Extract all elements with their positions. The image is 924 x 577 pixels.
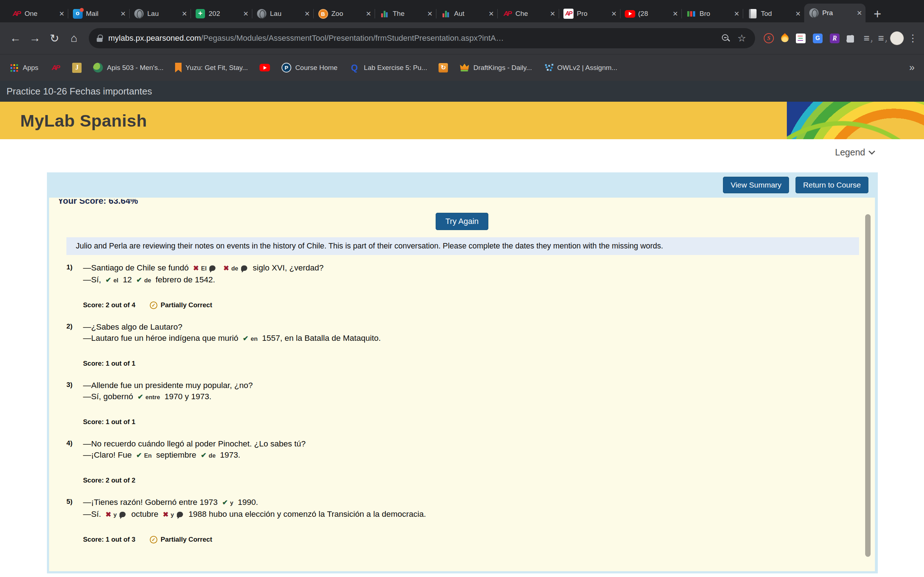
answer-word: el (113, 277, 118, 284)
reload-icon[interactable]: ↻ (45, 29, 64, 48)
bookmarks-overflow-chevron[interactable]: » (909, 62, 914, 73)
bookmark-item-2[interactable] (72, 63, 82, 73)
ap-white-icon (564, 9, 573, 19)
bookmark-item-8[interactable] (439, 63, 448, 73)
comment-bubble-icon[interactable] (120, 512, 126, 517)
tab-close-icon[interactable]: × (427, 10, 432, 18)
answer-text: —Santiago de Chile se fundó (83, 263, 191, 272)
return-to-course-button[interactable]: Return to Course (795, 177, 868, 193)
menu-kebab-icon[interactable] (908, 33, 918, 44)
bookmark-label: Yuzu: Get Fit, Stay... (186, 64, 248, 72)
ap-red-icon (11, 8, 22, 19)
tab-12-bro[interactable]: Bro× (682, 5, 743, 23)
extensions-area (760, 33, 876, 44)
puzzle-icon[interactable] (847, 35, 854, 43)
question-line: —Sí, ✔el 12 ✔de febrero de 1542. (83, 274, 832, 286)
new-tab-button[interactable]: + (869, 6, 886, 23)
zoom-icon[interactable] (721, 34, 730, 43)
media-list-icon[interactable] (876, 33, 887, 44)
answer-text: —Sí, (83, 275, 103, 284)
question-4: 4)—No recuerdo cuándo llegó al poder Pin… (66, 438, 832, 485)
translate-icon[interactable] (813, 34, 822, 43)
tab-13-tod[interactable]: Tod× (743, 5, 804, 23)
tab-close-icon[interactable]: × (489, 10, 494, 18)
address-bar[interactable]: mylabs.px.pearsoned.com/Pegasus/Modules/… (89, 28, 755, 48)
correct-check-icon: ✔ (136, 451, 142, 459)
question-line: —¡Claro! Fue ✔En septiembre ✔de 1973. (83, 449, 832, 461)
view-summary-button[interactable]: View Summary (723, 177, 789, 193)
tab-1-one[interactable]: One× (6, 5, 68, 23)
comment-bubble-icon[interactable] (241, 266, 247, 271)
question-2: 2)—¿Sabes algo de Lautaro?—Lautaro fue u… (66, 321, 832, 368)
bookmark-item-9[interactable]: DraftKings - Daily... (459, 63, 531, 73)
tab-title: The (393, 10, 425, 18)
forward-icon[interactable]: → (25, 29, 45, 48)
answer-text: —No recuerdo cuándo llegó al poder Pinoc… (83, 439, 306, 448)
bookmark-item-5[interactable] (260, 64, 270, 71)
tab-close-icon[interactable]: × (734, 10, 739, 18)
tab-close-icon[interactable]: × (305, 10, 310, 18)
tab-8-aut[interactable]: Aut× (436, 5, 498, 23)
comment-bubble-icon[interactable] (177, 512, 183, 517)
outlook-icon (73, 9, 82, 19)
tab-close-icon[interactable]: × (550, 10, 555, 18)
legend-dropdown[interactable]: Legend (835, 147, 874, 158)
tab-close-icon[interactable]: × (795, 10, 801, 18)
apps-grid-icon (10, 63, 19, 73)
readlist-icon[interactable] (861, 33, 872, 44)
answer-word: y (171, 511, 174, 518)
chartext-icon[interactable] (796, 34, 806, 43)
panel-scrollbar-thumb[interactable] (865, 214, 871, 557)
rakuten-icon[interactable] (830, 34, 840, 43)
try-again-button[interactable]: Try Again (436, 213, 488, 230)
bookmark-label: Apis 503 - Men's... (107, 64, 163, 72)
tab-7-the[interactable]: The× (375, 5, 436, 23)
correct-check-icon: ✔ (136, 276, 142, 284)
tab-close-icon[interactable]: × (857, 9, 862, 17)
url-text[interactable]: mylabs.px.pearsoned.com/Pegasus/Modules/… (108, 34, 716, 43)
bookmark-item-1[interactable] (50, 62, 61, 73)
tab-14-pra[interactable]: Pra× (804, 3, 866, 23)
profile-avatar[interactable] (890, 31, 904, 45)
question-score-row: Score: 1 out of 3✓Partially Correct (83, 535, 832, 544)
tab-close-icon[interactable]: × (243, 10, 248, 18)
bookmark-item-10[interactable]: OWLv2 | Assignm... (544, 63, 617, 73)
tab-4-202[interactable]: 202× (191, 5, 252, 23)
bookmark-item-3[interactable]: Apis 503 - Men's... (93, 63, 163, 73)
tab-9-che[interactable]: Che× (498, 5, 559, 23)
bookmark-item-6[interactable]: Course Home (281, 63, 338, 73)
bookmark-apps[interactable]: Apps (10, 63, 38, 73)
tab-close-icon[interactable]: × (611, 10, 617, 18)
tab-close-icon[interactable]: × (182, 10, 187, 18)
tab-close-icon[interactable]: × (59, 10, 64, 18)
exts-icon[interactable] (764, 33, 774, 43)
tab-2-mail[interactable]: Mail× (68, 5, 129, 23)
tab-close-icon[interactable]: × (673, 10, 678, 18)
tab-close-icon[interactable]: × (366, 10, 371, 18)
answer-text: —¡Tienes razón! Gobernó entre 1973 (83, 498, 220, 507)
tab-6-zoo[interactable]: Zoo× (313, 5, 375, 23)
back-icon[interactable]: ← (6, 29, 25, 48)
tab-10-pro[interactable]: Pro× (559, 5, 620, 23)
earth-icon (93, 63, 103, 73)
bookmark-star-icon[interactable] (736, 33, 747, 44)
tab-close-icon[interactable]: × (121, 10, 126, 18)
question-1: 1)—Santiago de Chile se fundó ✖El ✖de si… (66, 262, 832, 310)
answer-text: 1557, en la Batalla de Mataquito. (260, 334, 381, 343)
tab-11-28[interactable]: (28× (620, 5, 682, 23)
flame-icon[interactable] (780, 33, 790, 44)
question-body: —No recuerdo cuándo llegó al poder Pinoc… (83, 438, 832, 485)
bookmark-item-4[interactable]: Yuzu: Get Fit, Stay... (175, 63, 248, 73)
tab-title: Lau (147, 10, 179, 18)
url-path: /Pegasus/Modules/AssessmentTool/Presenta… (201, 34, 504, 43)
bookmark-item-7[interactable]: Lab Exercise 5: Pu... (349, 62, 427, 73)
crown-icon (459, 63, 469, 73)
answer-word: entre (145, 394, 160, 400)
tab-favicon (379, 8, 390, 19)
home-icon[interactable]: ⌂ (64, 29, 84, 48)
tab-5-lau[interactable]: Lau× (252, 5, 313, 23)
comment-bubble-icon[interactable] (209, 266, 215, 271)
bookmark-items: Apis 503 - Men's...Yuzu: Get Fit, Stay..… (50, 62, 617, 73)
tab-3-lau[interactable]: Lau× (129, 5, 191, 23)
question-line: —Allende fue un presidente muy popular, … (83, 380, 832, 391)
